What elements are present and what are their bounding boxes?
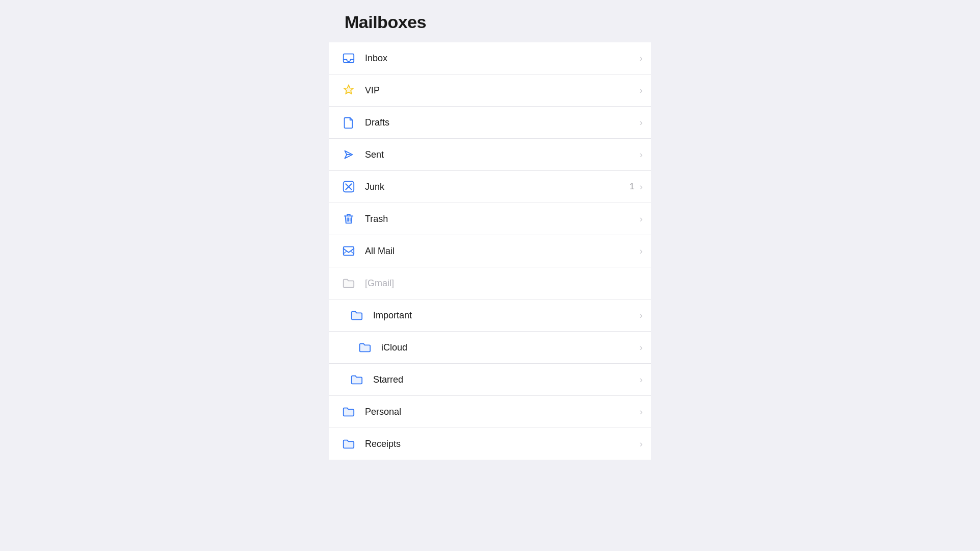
mailbox-label: [Gmail] — [365, 278, 643, 289]
mailbox-label: Junk — [365, 182, 630, 192]
page-title: Mailboxes — [345, 12, 635, 32]
mailbox-label: All Mail — [365, 246, 638, 257]
chevron-right-icon: › — [640, 214, 643, 224]
folder-icon — [339, 274, 358, 292]
mailbox-item-gmail[interactable]: [Gmail] — [329, 267, 651, 299]
folder-icon — [339, 403, 358, 421]
chevron-right-icon: › — [640, 85, 643, 96]
chevron-right-icon: › — [640, 310, 643, 321]
star-icon — [339, 81, 358, 99]
mailbox-item-inbox[interactable]: Inbox› — [329, 42, 651, 74]
header: Mailboxes — [329, 0, 651, 42]
chevron-right-icon: › — [640, 117, 643, 128]
mailbox-label: Personal — [365, 407, 638, 417]
chevron-right-icon: › — [640, 342, 643, 353]
mailbox-item-trash[interactable]: Trash› — [329, 203, 651, 235]
mailbox-item-important[interactable]: Important› — [329, 299, 651, 332]
junk-icon — [339, 178, 358, 196]
item-badge: 1 — [630, 182, 634, 192]
mailbox-label: Trash — [365, 214, 638, 224]
mailbox-item-personal[interactable]: Personal› — [329, 396, 651, 428]
svg-rect-2 — [344, 247, 354, 256]
folder-icon — [356, 338, 374, 357]
folder-icon — [348, 370, 366, 389]
mailbox-item-junk[interactable]: Junk1› — [329, 171, 651, 203]
folder-icon — [348, 306, 366, 324]
chevron-right-icon: › — [640, 149, 643, 160]
mailbox-label: Drafts — [365, 117, 638, 128]
chevron-right-icon: › — [640, 246, 643, 257]
chevron-right-icon: › — [640, 374, 643, 385]
mailboxes-container: Mailboxes Inbox› VIP› Drafts› Sent› Junk… — [329, 0, 651, 460]
mailbox-item-allmail[interactable]: All Mail› — [329, 235, 651, 267]
mailbox-item-receipts[interactable]: Receipts› — [329, 428, 651, 460]
mailbox-list: Inbox› VIP› Drafts› Sent› Junk1› Trash› … — [329, 42, 651, 460]
mailbox-label: iCloud — [381, 342, 638, 353]
mailbox-item-sent[interactable]: Sent› — [329, 139, 651, 171]
mailbox-label: Sent — [365, 149, 638, 160]
mailbox-item-starred[interactable]: Starred› — [329, 364, 651, 396]
mailbox-label: Important — [373, 310, 638, 321]
mailbox-label: Inbox — [365, 53, 638, 64]
draft-icon — [339, 113, 358, 132]
folder-icon — [339, 435, 358, 453]
mailbox-item-icloud[interactable]: iCloud› — [329, 332, 651, 364]
trash-icon — [339, 210, 358, 228]
chevron-right-icon: › — [640, 53, 643, 64]
mailbox-label: Receipts — [365, 439, 638, 449]
mailbox-item-drafts[interactable]: Drafts› — [329, 107, 651, 139]
inbox-icon — [339, 49, 358, 67]
chevron-right-icon: › — [640, 439, 643, 449]
chevron-right-icon: › — [640, 182, 643, 192]
chevron-right-icon: › — [640, 407, 643, 417]
mailbox-label: Starred — [373, 374, 638, 385]
mailbox-label: VIP — [365, 85, 638, 96]
sent-icon — [339, 145, 358, 164]
allmail-icon — [339, 242, 358, 260]
mailbox-item-vip[interactable]: VIP› — [329, 74, 651, 107]
